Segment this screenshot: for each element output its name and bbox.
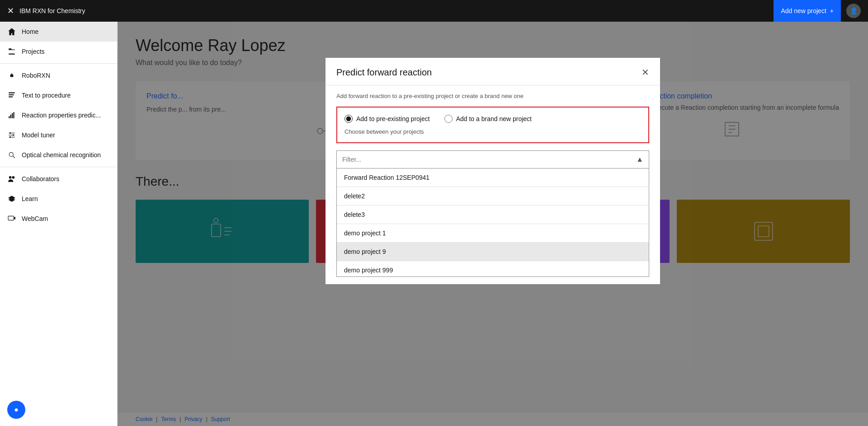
optical-chemical-icon [7, 150, 16, 159]
svg-rect-7 [9, 116, 9, 118]
svg-rect-9 [12, 113, 13, 118]
svg-rect-24 [8, 216, 14, 220]
model-tuner-icon [7, 131, 16, 140]
webcam-icon [7, 214, 16, 223]
svg-point-3 [12, 75, 13, 76]
sidebar-item-optical-chemical-label: Optical chemical recognition [22, 151, 101, 159]
modal-body: Add forward reaction to a pre-existing p… [326, 85, 660, 284]
modal-title: Predict forward reaction [336, 67, 432, 78]
radio-option-new-project[interactable]: Add to a brand new project [444, 115, 532, 123]
add-project-label: Add new project [781, 7, 826, 14]
dropdown-item-demo-project-1[interactable]: demo project 1 [337, 224, 649, 243]
radio-hint: Choose between your projects [344, 128, 641, 135]
sidebar-user-avatar[interactable]: ● [7, 401, 25, 419]
predict-forward-modal: Predict forward reaction ✕ Add forward r… [326, 58, 660, 284]
svg-point-23 [12, 176, 15, 179]
sidebar-item-model-tuner[interactable]: Model tuner [0, 125, 117, 145]
sidebar-item-projects-label: Projects [22, 48, 45, 55]
roborxn-icon [7, 71, 16, 80]
topbar-close-button[interactable]: ✕ [7, 6, 14, 16]
svg-rect-1 [11, 74, 12, 75]
svg-point-14 [13, 134, 14, 136]
radio-option-pre-existing[interactable]: Add to pre-existing project [344, 115, 430, 123]
svg-point-17 [9, 136, 11, 138]
app-title: IBM RXN for Chemistry [19, 7, 85, 14]
svg-line-21 [13, 156, 15, 158]
modal-header: Predict forward reaction ✕ [326, 58, 660, 85]
radio-pre-existing-input[interactable] [344, 115, 353, 123]
sidebar-item-roborxn-label: RoboRXN [22, 72, 50, 79]
sidebar-item-optical-chemical[interactable]: Optical chemical recognition [0, 145, 117, 165]
topbar-left: ✕ IBM RXN for Chemistry [7, 6, 85, 16]
sidebar-item-projects[interactable]: Projects [0, 42, 117, 61]
text-to-procedure-icon [7, 91, 16, 100]
svg-rect-5 [9, 94, 14, 95]
dropdown-item-demo-project-9[interactable]: demo project 9 [337, 243, 649, 261]
svg-point-22 [9, 176, 12, 179]
project-selection-group: Add to pre-existing project Add to a bra… [336, 107, 649, 143]
sidebar-item-text-to-procedure[interactable]: Text to procedure [0, 85, 117, 105]
plus-icon: + [830, 7, 834, 14]
add-project-button[interactable]: Add new project + [774, 0, 841, 22]
dropdown-item-demo-project-999[interactable]: demo project 999 [337, 261, 649, 277]
topbar: ✕ IBM RXN for Chemistry Add new project … [0, 0, 868, 22]
svg-rect-4 [9, 92, 15, 93]
modal-overlay: Predict forward reaction ✕ Add forward r… [118, 22, 868, 426]
sidebar-item-reaction-properties[interactable]: Reaction properties predic... [0, 105, 117, 125]
radio-options-row: Add to pre-existing project Add to a bra… [344, 115, 641, 123]
filter-input-row: ▲ [336, 150, 649, 169]
radio-pre-existing-label: Add to pre-existing project [356, 115, 430, 122]
sidebar-item-roborxn[interactable]: RoboRXN [0, 66, 117, 85]
dropdown-item-forward-reaction[interactable]: Forward Reaction 12SEP0941 [337, 169, 649, 187]
sidebar-item-home[interactable]: Home [0, 22, 117, 42]
sidebar-item-collaborators[interactable]: Collaborators [0, 169, 117, 189]
radio-new-project-input[interactable] [444, 115, 453, 123]
sidebar-item-text-to-procedure-label: Text to procedure [22, 92, 71, 99]
user-avatar[interactable]: 👤 [846, 4, 861, 18]
sidebar-item-collaborators-label: Collaborators [22, 175, 59, 183]
projects-icon [7, 47, 16, 56]
sidebar-item-webcam-label: WebCam [22, 215, 48, 222]
modal-close-button[interactable]: ✕ [642, 67, 649, 78]
svg-rect-10 [13, 112, 14, 118]
sidebar-divider-1 [0, 63, 117, 64]
topbar-right: Add new project + 👤 [774, 0, 861, 22]
svg-rect-8 [10, 115, 11, 118]
sidebar-item-webcam[interactable]: WebCam [0, 209, 117, 229]
project-dropdown-list: Forward Reaction 12SEP0941 delete2 delet… [336, 169, 649, 277]
svg-point-11 [9, 132, 11, 134]
sidebar-item-model-tuner-label: Model tuner [22, 131, 55, 139]
learn-icon [7, 194, 16, 203]
collaborators-icon [7, 174, 16, 183]
sidebar-divider-2 [0, 167, 117, 167]
svg-point-20 [9, 152, 13, 156]
sidebar-item-reaction-properties-label: Reaction properties predic... [22, 112, 101, 119]
project-filter-container: ▲ Forward Reaction 12SEP0941 delete2 del… [336, 150, 649, 277]
filter-input[interactable] [342, 156, 636, 163]
sidebar-item-learn[interactable]: Learn [0, 189, 117, 209]
home-icon [7, 27, 16, 36]
dropdown-item-delete3[interactable]: delete3 [337, 206, 649, 224]
chevron-up-icon[interactable]: ▲ [636, 155, 643, 164]
radio-new-project-label: Add to a brand new project [456, 115, 532, 122]
sidebar-item-home-label: Home [22, 28, 38, 35]
sidebar: Home Projects RoboRXN Text to procedure [0, 22, 118, 426]
svg-point-2 [10, 75, 11, 76]
dropdown-item-delete2[interactable]: delete2 [337, 187, 649, 206]
svg-rect-6 [9, 96, 13, 97]
reaction-properties-icon [7, 111, 16, 120]
modal-subtitle: Add forward reaction to a pre-existing p… [336, 93, 649, 99]
sidebar-bottom: ● [0, 393, 117, 426]
sidebar-item-learn-label: Learn [22, 195, 38, 202]
